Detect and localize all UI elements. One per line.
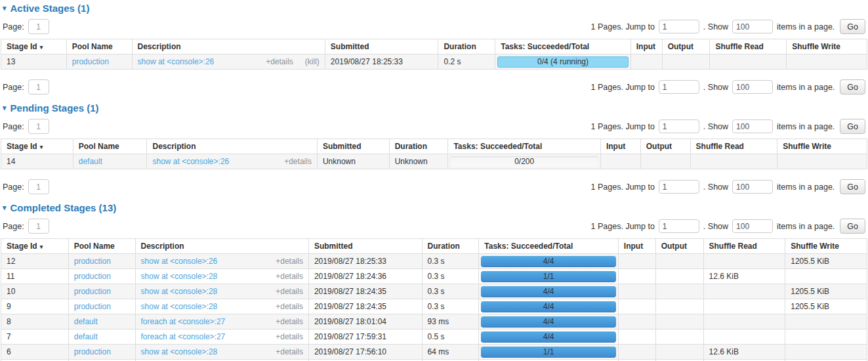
description-link[interactable]: show at <console>:28: [141, 272, 218, 281]
column-header-submitted[interactable]: Submitted: [308, 239, 422, 254]
duration-value: 0.3 s: [428, 287, 445, 296]
column-header-submitted[interactable]: Submitted: [325, 39, 438, 54]
page-label: Page:: [3, 122, 24, 131]
column-header-input[interactable]: Input: [600, 139, 640, 154]
column-header-description[interactable]: Description: [147, 139, 317, 154]
column-header-duration[interactable]: Duration: [438, 39, 495, 54]
description-link[interactable]: show at <console>:28: [141, 302, 218, 311]
section-title-pending[interactable]: ▾Pending Stages (1): [3, 102, 867, 114]
show-items-input[interactable]: [732, 180, 773, 194]
column-header-shuffle-write[interactable]: Shuffle Write: [777, 139, 867, 154]
description-cell: +detailsshow at <console>:26: [135, 254, 308, 269]
column-header-pool-name[interactable]: Pool Name: [68, 239, 135, 254]
pool-name-link[interactable]: production: [74, 302, 111, 311]
submitted-cell: 2019/08/27 18:24:35: [308, 284, 422, 299]
pool-name-link[interactable]: production: [74, 272, 111, 281]
details-toggle[interactable]: +details: [284, 157, 312, 166]
collapse-arrow-icon: ▾: [3, 5, 7, 12]
table-header-row: Stage Id▾Pool NameDescriptionSubmittedDu…: [1, 39, 867, 54]
description-link[interactable]: show at <console>:28: [141, 287, 218, 296]
pool-name-link[interactable]: production: [74, 287, 111, 296]
table-header-row: Stage Id▾Pool NameDescriptionSubmittedDu…: [1, 239, 867, 254]
column-header-pool-name[interactable]: Pool Name: [66, 39, 132, 54]
column-header-description[interactable]: Description: [132, 39, 325, 54]
column-header-shuffle-read[interactable]: Shuffle Read: [690, 139, 777, 154]
description-link[interactable]: show at <console>:26: [138, 57, 215, 66]
jump-to-input[interactable]: [659, 20, 699, 33]
column-header-duration[interactable]: Duration: [422, 239, 479, 254]
pool-name-link[interactable]: default: [74, 317, 98, 326]
column-header-shuffle-read[interactable]: Shuffle Read: [703, 239, 785, 254]
go-button[interactable]: Go: [840, 79, 865, 95]
tasks-progress-bar: 1/1: [481, 347, 616, 358]
pool-name-link[interactable]: default: [79, 157, 102, 166]
details-toggle[interactable]: +details: [276, 317, 303, 326]
details-toggle[interactable]: +details: [276, 302, 303, 311]
description-cell: +detailsshow at <console>:28: [135, 269, 308, 284]
jump-to-input[interactable]: [659, 119, 699, 133]
section-title-active[interactable]: ▾Active Stages (1): [3, 3, 867, 14]
details-toggle[interactable]: +details: [276, 332, 303, 341]
column-header-tasks-succeeded-total[interactable]: Tasks: Succeeded/Total: [495, 39, 631, 54]
details-toggle[interactable]: +details: [276, 272, 303, 281]
go-button[interactable]: Go: [840, 179, 865, 194]
input-cell: [618, 345, 655, 360]
page-input[interactable]: [28, 119, 49, 134]
description-link[interactable]: show at <console>:28: [141, 347, 218, 356]
show-label: . Show: [703, 83, 728, 92]
column-header-output[interactable]: Output: [662, 39, 710, 54]
pool-name-link[interactable]: production: [72, 57, 109, 66]
details-toggle[interactable]: +details: [276, 257, 303, 266]
show-items-input[interactable]: [732, 20, 773, 33]
column-header-duration[interactable]: Duration: [389, 139, 448, 154]
description-cell: +detailsshow at <console>:28: [135, 299, 308, 314]
description-link[interactable]: foreach at <console>:27: [141, 317, 226, 326]
column-header-pool-name[interactable]: Pool Name: [73, 139, 147, 154]
tasks-progress-bar: 0/200: [450, 156, 598, 167]
page-input[interactable]: [28, 219, 49, 234]
show-items-input[interactable]: [732, 80, 773, 94]
description-link[interactable]: show at <console>:26: [141, 257, 218, 266]
page-input[interactable]: [28, 19, 49, 34]
column-header-stage-id[interactable]: Stage Id▾: [1, 139, 73, 154]
details-toggle[interactable]: +details: [266, 57, 293, 66]
column-header-input[interactable]: Input: [618, 239, 655, 254]
show-items-input[interactable]: [732, 119, 773, 133]
output-cell: [662, 54, 710, 70]
column-header-shuffle-read[interactable]: Shuffle Read: [710, 39, 787, 54]
column-header-stage-id[interactable]: Stage Id▾: [1, 39, 67, 54]
go-button[interactable]: Go: [840, 119, 865, 134]
go-button[interactable]: Go: [840, 219, 865, 234]
section-title-completed[interactable]: ▾Completed Stages (13): [3, 202, 867, 213]
column-header-output[interactable]: Output: [640, 139, 690, 154]
jump-to-input[interactable]: [659, 80, 699, 94]
column-header-tasks-succeeded-total[interactable]: Tasks: Succeeded/Total: [479, 239, 619, 254]
page-input[interactable]: [28, 179, 49, 194]
pool-name-link[interactable]: production: [74, 347, 111, 356]
description-link[interactable]: foreach at <console>:27: [141, 332, 226, 341]
column-header-description[interactable]: Description: [135, 239, 308, 254]
details-toggle[interactable]: +details: [276, 347, 303, 356]
kill-link[interactable]: (kill): [305, 57, 320, 66]
jump-to-input[interactable]: [659, 219, 699, 233]
input-cell: [618, 284, 655, 299]
page-input[interactable]: [28, 79, 49, 95]
pool-name-link[interactable]: production: [74, 257, 111, 266]
show-items-input[interactable]: [732, 219, 773, 233]
pool-name-link[interactable]: default: [74, 332, 98, 341]
details-toggle[interactable]: +details: [276, 287, 303, 296]
shuffle-read-value: 12.6 KiB: [709, 347, 739, 356]
page-control: Page:: [3, 219, 49, 234]
column-header-output[interactable]: Output: [655, 239, 703, 254]
column-header-tasks-succeeded-total[interactable]: Tasks: Succeeded/Total: [448, 139, 600, 154]
jump-to-input[interactable]: [659, 180, 699, 194]
column-header-shuffle-write[interactable]: Shuffle Write: [785, 239, 867, 254]
column-header-shuffle-write[interactable]: Shuffle Write: [787, 39, 867, 54]
go-button[interactable]: Go: [840, 19, 865, 34]
column-header-input[interactable]: Input: [630, 39, 662, 54]
column-header-stage-id[interactable]: Stage Id▾: [1, 239, 69, 254]
column-header-submitted[interactable]: Submitted: [317, 139, 389, 154]
description-cell: +detailsshow at <console>:28: [135, 345, 308, 360]
column-header-label: Shuffle Read: [696, 142, 744, 151]
description-link[interactable]: show at <console>:26: [152, 157, 229, 166]
